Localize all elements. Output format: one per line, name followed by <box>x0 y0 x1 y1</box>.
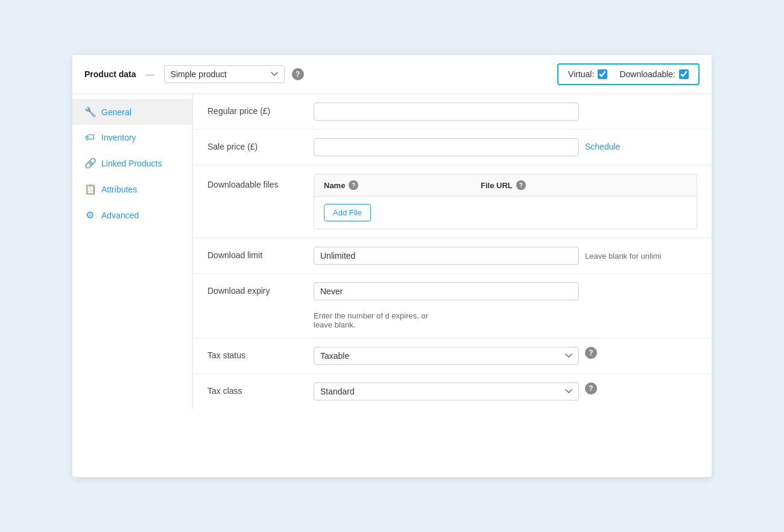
dash-separator: — <box>146 69 154 79</box>
sale-price-label: Sale price (£) <box>207 138 304 151</box>
virtual-checkbox[interactable] <box>598 69 607 79</box>
wrench-icon: 🔧 <box>84 106 95 118</box>
dl-files-body: Add File <box>314 197 697 229</box>
download-expiry-input[interactable] <box>314 282 579 300</box>
sidebar-item-inventory-label: Inventory <box>101 133 136 142</box>
dl-name-header: Name <box>324 181 345 190</box>
download-limit-row: Download limit Leave blank for unlimi <box>193 238 712 274</box>
card-body: 🔧 General 🏷 Inventory 🔗 Linked Products … <box>72 94 712 409</box>
sidebar-item-general-label: General <box>101 107 131 117</box>
list-icon: 📋 <box>84 183 95 195</box>
download-expiry-field: Enter the number of d expires, or leave … <box>314 282 697 329</box>
product-data-card: Product data — Simple product Grouped pr… <box>72 55 712 477</box>
download-limit-input[interactable] <box>314 247 579 265</box>
tax-status-help-icon[interactable]: ? <box>585 347 597 359</box>
download-limit-hint: Leave blank for unlimi <box>585 247 661 261</box>
dl-files-wrap: Name ? File URL ? Add File <box>314 174 697 229</box>
tax-class-select[interactable]: Standard Reduced rate Zero rate <box>314 382 579 401</box>
regular-price-label: Regular price (£) <box>207 103 304 116</box>
product-type-select[interactable]: Simple product Grouped product External/… <box>164 65 285 83</box>
tax-class-field: Standard Reduced rate Zero rate ? <box>314 382 697 401</box>
tag-icon: 🏷 <box>84 132 95 143</box>
downloadable-item: Downloadable: <box>619 69 689 79</box>
tax-class-help-icon[interactable]: ? <box>585 382 597 394</box>
sidebar-item-general[interactable]: 🔧 General <box>72 99 192 125</box>
tax-status-select[interactable]: Taxable Shipping only None <box>314 347 579 365</box>
tax-class-row: Tax class Standard Reduced rate Zero rat… <box>193 374 712 409</box>
regular-price-field <box>314 103 697 121</box>
regular-price-input[interactable] <box>314 103 579 121</box>
sale-price-input[interactable] <box>314 138 579 156</box>
sidebar-item-linked-products[interactable]: 🔗 Linked Products <box>72 150 192 176</box>
tax-class-label: Tax class <box>207 382 304 396</box>
main-content: Regular price (£) Sale price (£) Schedul… <box>193 94 712 409</box>
sidebar-item-attributes-label: Attributes <box>101 185 137 194</box>
tax-status-label: Tax status <box>207 347 304 360</box>
sidebar-item-advanced[interactable]: ⚙ Advanced <box>72 202 192 228</box>
downloadable-checkbox[interactable] <box>679 69 689 79</box>
gear-icon: ⚙ <box>84 209 95 221</box>
dl-files-url-col: File URL ? <box>471 174 697 196</box>
tax-status-row: Tax status Taxable Shipping only None ? <box>193 338 712 374</box>
downloadable-label: Downloadable: <box>619 69 675 79</box>
dl-url-help-icon[interactable]: ? <box>516 180 526 190</box>
sidebar-item-linked-products-label: Linked Products <box>101 159 162 168</box>
tax-status-field: Taxable Shipping only None ? <box>314 347 697 365</box>
dl-name-help-icon[interactable]: ? <box>349 180 358 190</box>
virtual-label: Virtual: <box>568 69 594 79</box>
add-file-button[interactable]: Add File <box>324 204 371 221</box>
download-expiry-row: Download expiry Enter the number of d ex… <box>193 274 712 338</box>
dl-url-header: File URL <box>481 181 513 190</box>
downloadable-files-label: Downloadable files <box>207 174 304 189</box>
dl-files-header: Name ? File URL ? <box>314 174 697 197</box>
sidebar-item-inventory[interactable]: 🏷 Inventory <box>72 125 192 150</box>
link-icon: 🔗 <box>84 157 95 169</box>
sale-price-field: Schedule <box>314 138 697 156</box>
downloadable-files-row: Downloadable files Name ? File URL <box>193 165 712 238</box>
product-type-help-icon[interactable]: ? <box>292 68 304 80</box>
download-expiry-hint: Enter the number of d expires, or leave … <box>314 306 446 329</box>
download-expiry-label: Download expiry <box>207 282 304 296</box>
regular-price-row: Regular price (£) <box>193 94 712 130</box>
dl-files-name-col: Name ? <box>314 174 471 196</box>
virtual-downloadable-box: Virtual: Downloadable: <box>557 63 700 85</box>
product-data-label: Product data <box>84 69 136 79</box>
card-header: Product data — Simple product Grouped pr… <box>72 55 712 94</box>
sale-price-row: Sale price (£) Schedule <box>193 130 712 165</box>
download-limit-label: Download limit <box>207 247 304 260</box>
dl-files-table: Name ? File URL ? Add File <box>314 174 697 229</box>
downloadable-files-field: Name ? File URL ? Add File <box>314 174 697 229</box>
sidebar-item-advanced-label: Advanced <box>101 211 139 220</box>
product-type-select-wrap: Simple product Grouped product External/… <box>164 65 285 83</box>
schedule-link[interactable]: Schedule <box>585 138 620 151</box>
sidebar-item-attributes[interactable]: 📋 Attributes <box>72 176 192 202</box>
sidebar: 🔧 General 🏷 Inventory 🔗 Linked Products … <box>72 94 193 409</box>
download-limit-field: Leave blank for unlimi <box>314 247 697 265</box>
virtual-item: Virtual: <box>568 69 607 79</box>
